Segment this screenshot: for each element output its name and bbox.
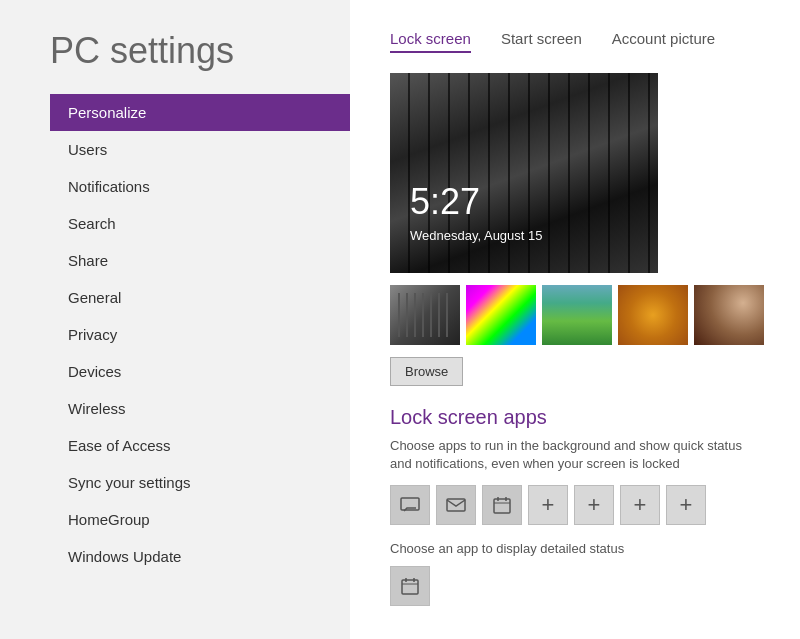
lock-screen-preview: 5:27 Wednesday, August 15 <box>390 73 658 273</box>
app-icon-calendar[interactable] <box>482 485 522 525</box>
thumbnail-city[interactable] <box>542 285 612 345</box>
sidebar-nav: Personalize Users Notifications Search S… <box>50 94 350 575</box>
lock-time: 5:27 <box>410 181 480 223</box>
sidebar: PC settings Personalize Users Notificati… <box>0 0 350 639</box>
sidebar-item-ease-of-access-link[interactable]: Ease of Access <box>50 427 350 464</box>
sidebar-item-sync-link[interactable]: Sync your settings <box>50 464 350 501</box>
sidebar-item-devices[interactable]: Devices <box>50 353 350 390</box>
app-icon-add-1[interactable]: + <box>528 485 568 525</box>
app-icon-detailed-status[interactable] <box>390 566 430 606</box>
sidebar-item-personalize[interactable]: Personalize <box>50 94 350 131</box>
apps-section-title: Lock screen apps <box>390 406 760 429</box>
app-icon-add-3[interactable]: + <box>620 485 660 525</box>
sidebar-item-windows-update[interactable]: Windows Update <box>50 538 350 575</box>
svg-rect-1 <box>447 499 465 511</box>
preview-background <box>390 73 658 273</box>
sidebar-item-users[interactable]: Users <box>50 131 350 168</box>
detailed-status-label: Choose an app to display detailed status <box>390 541 760 556</box>
app-title: PC settings <box>50 30 350 72</box>
tab-account-picture[interactable]: Account picture <box>612 30 715 53</box>
app-icon-messaging[interactable] <box>390 485 430 525</box>
sidebar-item-personalize-link[interactable]: Personalize <box>50 94 350 131</box>
sidebar-item-ease-of-access[interactable]: Ease of Access <box>50 427 350 464</box>
svg-rect-6 <box>402 580 418 594</box>
thumbnail-shell[interactable] <box>694 285 764 345</box>
sidebar-item-notifications-link[interactable]: Notifications <box>50 168 350 205</box>
sidebar-item-privacy[interactable]: Privacy <box>50 316 350 353</box>
main-content: Lock screen Start screen Account picture… <box>350 0 800 639</box>
apps-section-desc: Choose apps to run in the background and… <box>390 437 760 473</box>
sidebar-item-sync-your-settings[interactable]: Sync your settings <box>50 464 350 501</box>
sidebar-item-share-link[interactable]: Share <box>50 242 350 279</box>
thumbnail-colorful[interactable] <box>466 285 536 345</box>
tab-lock-screen[interactable]: Lock screen <box>390 30 471 53</box>
app-icon-add-2[interactable]: + <box>574 485 614 525</box>
sidebar-item-wireless-link[interactable]: Wireless <box>50 390 350 427</box>
sidebar-item-general[interactable]: General <box>50 279 350 316</box>
tab-start-screen[interactable]: Start screen <box>501 30 582 53</box>
sidebar-item-windows-update-link[interactable]: Windows Update <box>50 538 350 575</box>
tabs: Lock screen Start screen Account picture <box>390 30 760 53</box>
sidebar-item-notifications[interactable]: Notifications <box>50 168 350 205</box>
wallpaper-thumbnails <box>390 285 760 345</box>
app-icon-mail[interactable] <box>436 485 476 525</box>
app-icons-row: + + + + <box>390 485 760 525</box>
sidebar-item-devices-link[interactable]: Devices <box>50 353 350 390</box>
sidebar-item-privacy-link[interactable]: Privacy <box>50 316 350 353</box>
svg-rect-2 <box>494 499 510 513</box>
messaging-icon <box>400 497 420 513</box>
detailed-status-icon <box>401 577 419 595</box>
thumbnail-metro[interactable] <box>390 285 460 345</box>
app-icon-add-4[interactable]: + <box>666 485 706 525</box>
lock-date: Wednesday, August 15 <box>410 228 543 243</box>
sidebar-item-homegroup[interactable]: HomeGroup <box>50 501 350 538</box>
sidebar-item-users-link[interactable]: Users <box>50 131 350 168</box>
sidebar-item-search[interactable]: Search <box>50 205 350 242</box>
sidebar-item-general-link[interactable]: General <box>50 279 350 316</box>
thumbnail-honey[interactable] <box>618 285 688 345</box>
sidebar-item-share[interactable]: Share <box>50 242 350 279</box>
browse-button[interactable]: Browse <box>390 357 463 386</box>
sidebar-item-homegroup-link[interactable]: HomeGroup <box>50 501 350 538</box>
calendar-icon <box>493 496 511 514</box>
mail-icon <box>446 498 466 512</box>
sidebar-item-wireless[interactable]: Wireless <box>50 390 350 427</box>
sidebar-item-search-link[interactable]: Search <box>50 205 350 242</box>
